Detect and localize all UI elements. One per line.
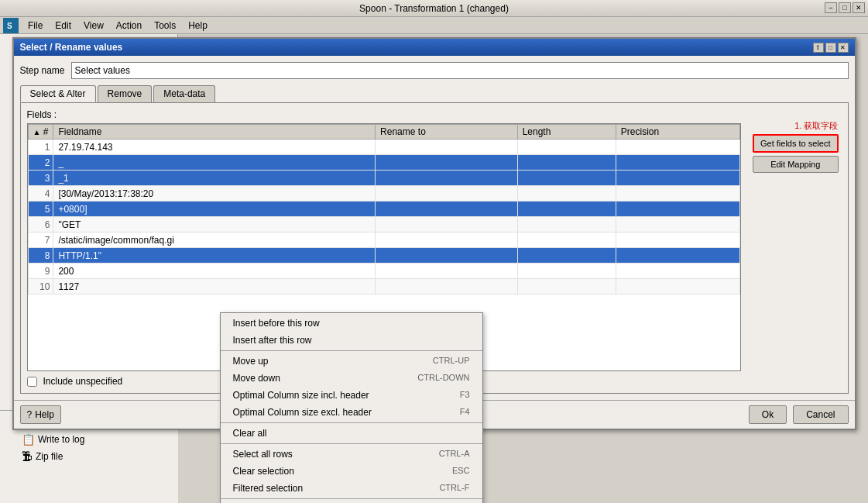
- context-menu-item-shortcut: F4: [460, 407, 470, 418]
- dialog-close-btn[interactable]: ✕: [838, 43, 849, 53]
- cell-rename: [376, 202, 518, 217]
- tabs: Select & Alter Remove Meta-data: [20, 85, 849, 102]
- close-btn[interactable]: ✕: [853, 2, 865, 13]
- menu-file[interactable]: File: [22, 19, 49, 33]
- col-num[interactable]: ▲ #: [28, 125, 53, 140]
- context-menu-item-label: Move down: [233, 373, 280, 384]
- cell-rename: [376, 233, 518, 248]
- cell-length: [517, 279, 616, 295]
- context-menu-item-label: Move up: [233, 356, 269, 367]
- cell-length: [517, 140, 616, 155]
- context-menu-item-label: Insert after this row: [233, 335, 312, 346]
- dialog-up-btn[interactable]: ⇧: [813, 43, 824, 53]
- cell-fieldname: [30/May/2013:17:38:20: [53, 186, 376, 202]
- context-menu-item-label: Insert before this row: [233, 318, 320, 329]
- table-row[interactable]: 6 "GET: [28, 217, 739, 233]
- tab-metadata[interactable]: Meta-data: [153, 85, 215, 102]
- cell-num: 1: [28, 140, 53, 155]
- table-row[interactable]: 2 _: [28, 155, 739, 171]
- context-menu-item[interactable]: Select all rowsCTRL-A: [221, 446, 482, 463]
- include-unspecified-label: Include unspecified: [43, 376, 123, 387]
- col-length[interactable]: Length: [517, 125, 616, 140]
- menu-tools[interactable]: Tools: [148, 19, 182, 33]
- tab-select-alter[interactable]: Select & Alter: [20, 85, 96, 102]
- context-menu-item[interactable]: Clear selectionESC: [221, 463, 482, 480]
- cell-rename: [376, 171, 518, 186]
- col-fieldname[interactable]: Fieldname: [53, 125, 376, 140]
- col-rename[interactable]: Rename to: [376, 125, 518, 140]
- dialog-content: Step name Select & Alter Remove Meta-dat…: [14, 56, 855, 400]
- col-precision[interactable]: Precision: [616, 125, 739, 140]
- cell-precision: [616, 233, 739, 248]
- menu-edit[interactable]: Edit: [49, 19, 77, 33]
- menu-action[interactable]: Action: [110, 19, 148, 33]
- dialog-title-text: Select / Rename values: [20, 42, 123, 53]
- context-menu-item[interactable]: Optimal Column size excl. headerF4: [221, 404, 482, 421]
- maximize-btn[interactable]: □: [839, 2, 851, 13]
- app-icon: S: [3, 18, 19, 33]
- table-row[interactable]: 8 HTTP/1.1": [28, 248, 739, 264]
- cancel-btn[interactable]: Cancel: [793, 405, 848, 424]
- main-area: 🗂 Table Compare 📋 Write to log 🗜 Zip fil…: [0, 34, 868, 503]
- menu-help[interactable]: Help: [182, 19, 214, 33]
- cell-num: 5: [28, 202, 53, 217]
- cell-fieldname: 1127: [53, 279, 376, 295]
- cell-fieldname: /static/image/common/faq.gi: [53, 233, 376, 248]
- cell-num: 8: [28, 248, 53, 264]
- step-name-input[interactable]: [71, 62, 849, 79]
- context-menu-item-label: Clear all: [233, 428, 267, 439]
- cell-num: 7: [28, 233, 53, 248]
- table-row[interactable]: 7 /static/image/common/faq.gi: [28, 233, 739, 248]
- cell-fieldname: HTTP/1.1": [53, 248, 376, 264]
- context-menu-item-shortcut: ESC: [452, 466, 470, 477]
- context-menu-item[interactable]: Clear all: [221, 425, 482, 442]
- context-menu-item-label: Optimal Column size excl. header: [233, 407, 372, 418]
- context-menu-item[interactable]: Insert after this row: [221, 332, 482, 349]
- context-menu-item[interactable]: Move upCTRL-UP: [221, 353, 482, 370]
- table-row[interactable]: 1 27.19.74.143: [28, 140, 739, 155]
- context-menu-item[interactable]: Filtered selectionCTRL-F: [221, 480, 482, 497]
- context-menu-item[interactable]: Insert before this row: [221, 315, 482, 332]
- menu-view[interactable]: View: [77, 19, 110, 33]
- select-rename-dialog: Select / Rename values ⇧ □ ✕ Step name S…: [12, 37, 856, 430]
- get-fields-btn[interactable]: Get fields to select: [753, 134, 839, 153]
- table-row[interactable]: 9 200: [28, 264, 739, 279]
- cell-rename: [376, 264, 518, 279]
- cell-rename: [376, 186, 518, 202]
- cell-precision: [616, 217, 739, 233]
- table-row[interactable]: 10 1127: [28, 279, 739, 295]
- help-btn[interactable]: ? Help: [20, 405, 61, 424]
- cell-precision: [616, 186, 739, 202]
- dialog-overlay: Select / Rename values ⇧ □ ✕ Step name S…: [0, 34, 868, 503]
- title-bar: Spoon - Transformation 1 (changed) − □ ✕: [0, 0, 868, 17]
- context-menu-item-label: Optimal Column size incl. header: [233, 390, 369, 401]
- cell-precision: [616, 264, 739, 279]
- cell-precision: [616, 171, 739, 186]
- annotation-1: 1. 获取字段: [794, 120, 838, 132]
- tab-content: Fields : 1. 获取字段 ▲ # Fieldname Rename to: [20, 102, 849, 394]
- fields-label: Fields :: [27, 109, 842, 120]
- dialog-maximize-btn[interactable]: □: [825, 43, 836, 53]
- cell-length: [517, 264, 616, 279]
- context-menu-item[interactable]: Optimal Column size incl. headerF3: [221, 387, 482, 404]
- tab-remove[interactable]: Remove: [98, 85, 153, 102]
- ok-btn[interactable]: Ok: [749, 405, 787, 424]
- table-row[interactable]: 4 [30/May/2013:17:38:20: [28, 186, 739, 202]
- context-menu[interactable]: Insert before this rowInsert after this …: [220, 312, 483, 503]
- cell-fieldname: "GET: [53, 217, 376, 233]
- dialog-controls: ⇧ □ ✕: [813, 43, 849, 53]
- cell-num: 9: [28, 264, 53, 279]
- menu-bar: S File Edit View Action Tools Help: [0, 17, 868, 34]
- minimize-btn[interactable]: −: [825, 2, 837, 13]
- edit-mapping-btn[interactable]: Edit Mapping: [753, 156, 839, 173]
- table-row[interactable]: 5 +0800]: [28, 202, 739, 217]
- cell-rename: [376, 217, 518, 233]
- context-menu-item-shortcut: CTRL-A: [439, 449, 470, 460]
- cell-precision: [616, 155, 739, 171]
- include-unspecified-checkbox[interactable]: [27, 377, 37, 387]
- cell-fieldname: 200: [53, 264, 376, 279]
- table-row[interactable]: 3 _1: [28, 171, 739, 186]
- help-icon: ?: [27, 409, 33, 420]
- context-menu-item[interactable]: Move downCTRL-DOWN: [221, 370, 482, 387]
- cell-num: 6: [28, 217, 53, 233]
